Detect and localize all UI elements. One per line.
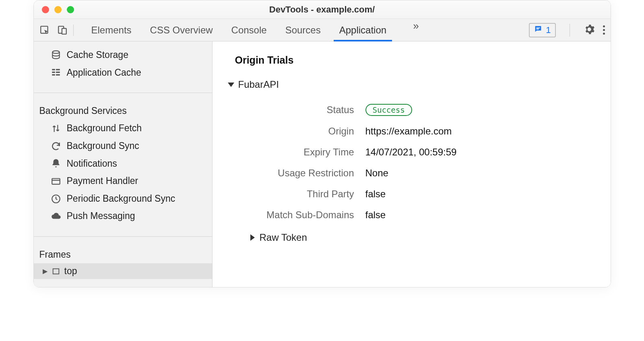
trial-details: Status Success Origin https://example.co…	[245, 99, 594, 225]
svg-point-5	[52, 51, 59, 54]
origin-label: Origin	[245, 126, 365, 137]
sidebar-item-cache-storage[interactable]: Cache Storage	[34, 46, 212, 64]
main-panel: Origin Trials FubarAPI Status Success Or…	[213, 41, 611, 287]
device-toggle-icon[interactable]	[57, 25, 68, 35]
third-party-value: false	[365, 188, 386, 200]
third-party-label: Third Party	[245, 188, 365, 200]
toolbar-divider-2	[570, 24, 570, 37]
svg-rect-9	[56, 72, 60, 73]
row-status: Status Success	[245, 99, 594, 121]
svg-rect-4	[537, 29, 539, 29]
window-title: DevTools - example.com/	[34, 4, 611, 15]
row-match-subdomains: Match Sub-Domains false	[245, 205, 594, 225]
issues-count: 1	[546, 25, 551, 35]
sidebar-heading-background-services: Background Services	[34, 101, 212, 120]
devtools-window: DevTools - example.com/ Elements CSS Ove…	[33, 0, 611, 287]
close-window-button[interactable]	[42, 6, 49, 13]
row-origin: Origin https://example.com	[245, 121, 594, 142]
sidebar-item-background-fetch[interactable]: Background Fetch	[34, 120, 212, 137]
grid-icon	[51, 67, 61, 78]
usage-value: None	[365, 167, 388, 179]
zoom-window-button[interactable]	[67, 6, 74, 13]
trial-toggle[interactable]: FubarAPI	[228, 79, 594, 90]
subdomains-value: false	[365, 209, 386, 221]
toolbar-divider	[73, 25, 74, 36]
tab-application[interactable]: Application	[339, 20, 386, 41]
sidebar-item-label: Push Messaging	[67, 209, 135, 223]
svg-rect-11	[56, 74, 60, 76]
sidebar-item-periodic-background-sync[interactable]: Periodic Background Sync	[34, 190, 212, 208]
row-third-party: Third Party false	[245, 184, 594, 205]
cloud-icon	[51, 211, 61, 221]
origin-value: https://example.com	[365, 126, 452, 137]
svg-rect-15	[53, 269, 59, 274]
panel-body: Cache Storage Application Cache Backgrou…	[34, 41, 611, 287]
disclosure-triangle-down-icon	[228, 83, 234, 87]
sidebar-item-label: Background Sync	[67, 139, 139, 153]
expiry-label: Expiry Time	[245, 147, 365, 158]
frame-label: top	[64, 266, 77, 277]
more-tabs-icon[interactable]: »	[413, 20, 419, 41]
titlebar: DevTools - example.com/	[34, 0, 611, 19]
traffic-lights	[34, 6, 74, 13]
usage-label: Usage Restriction	[245, 167, 365, 179]
panel-title: Origin Trials	[235, 54, 594, 66]
inspect-element-icon[interactable]	[39, 25, 50, 35]
sidebar-item-label: Background Fetch	[67, 121, 142, 136]
minimize-window-button[interactable]	[54, 6, 62, 13]
tab-sources[interactable]: Sources	[285, 20, 321, 41]
svg-rect-3	[537, 27, 540, 28]
panel-tabs: Elements CSS Overview Console Sources Ap…	[91, 20, 529, 41]
chat-icon	[534, 25, 543, 36]
svg-rect-7	[56, 69, 60, 70]
expiry-value: 14/07/2021, 00:59:59	[365, 147, 457, 158]
more-options-button[interactable]	[603, 25, 605, 35]
raw-token-label: Raw Token	[260, 232, 307, 243]
tab-elements[interactable]: Elements	[91, 20, 132, 41]
subdomains-label: Match Sub-Domains	[245, 209, 365, 221]
status-badge: Success	[365, 104, 412, 116]
tab-css-overview[interactable]: CSS Overview	[150, 20, 213, 41]
disclosure-triangle-right-icon	[250, 234, 255, 241]
raw-token-toggle[interactable]: Raw Token	[250, 232, 594, 243]
sidebar-section-cache: Cache Storage Application Cache	[34, 46, 212, 81]
updown-arrows-icon	[51, 123, 61, 134]
sidebar-item-label: Cache Storage	[67, 48, 128, 62]
sidebar-item-label: Application Cache	[67, 66, 141, 80]
sidebar-item-label: Notifications	[67, 157, 117, 171]
svg-rect-2	[62, 28, 66, 34]
devtools-toolbar: Elements CSS Overview Console Sources Ap…	[34, 19, 611, 41]
svg-rect-12	[52, 179, 60, 184]
settings-button[interactable]	[584, 24, 595, 37]
disclosure-triangle-icon: ▶	[43, 267, 47, 275]
clock-icon	[51, 194, 61, 204]
sync-icon	[51, 141, 61, 151]
row-expiry: Expiry Time 14/07/2021, 00:59:59	[245, 142, 594, 163]
bell-icon	[51, 158, 61, 169]
sidebar-section-background-services: Background Fetch Background Sync Notific…	[34, 120, 212, 225]
issues-button[interactable]: 1	[529, 23, 555, 37]
sidebar-item-background-sync[interactable]: Background Sync	[34, 137, 212, 155]
sidebar-item-frame-top[interactable]: ▶ top	[34, 263, 212, 279]
svg-rect-6	[52, 69, 55, 70]
sidebar: Cache Storage Application Cache Backgrou…	[34, 41, 213, 287]
sidebar-item-payment-handler[interactable]: Payment Handler	[34, 172, 212, 190]
status-label: Status	[245, 104, 365, 116]
trial-name: FubarAPI	[238, 79, 279, 90]
sidebar-heading-frames: Frames	[34, 244, 212, 263]
sidebar-item-push-messaging[interactable]: Push Messaging	[34, 207, 212, 225]
sidebar-item-application-cache[interactable]: Application Cache	[34, 64, 212, 82]
database-icon	[51, 50, 61, 60]
tab-console[interactable]: Console	[231, 20, 267, 41]
sidebar-item-notifications[interactable]: Notifications	[34, 155, 212, 173]
sidebar-item-label: Payment Handler	[67, 174, 138, 188]
credit-card-icon	[51, 176, 61, 186]
row-usage-restriction: Usage Restriction None	[245, 163, 594, 184]
svg-rect-8	[52, 72, 55, 73]
sidebar-item-label: Periodic Background Sync	[67, 192, 175, 206]
svg-rect-10	[52, 74, 55, 76]
frame-icon	[52, 267, 60, 276]
